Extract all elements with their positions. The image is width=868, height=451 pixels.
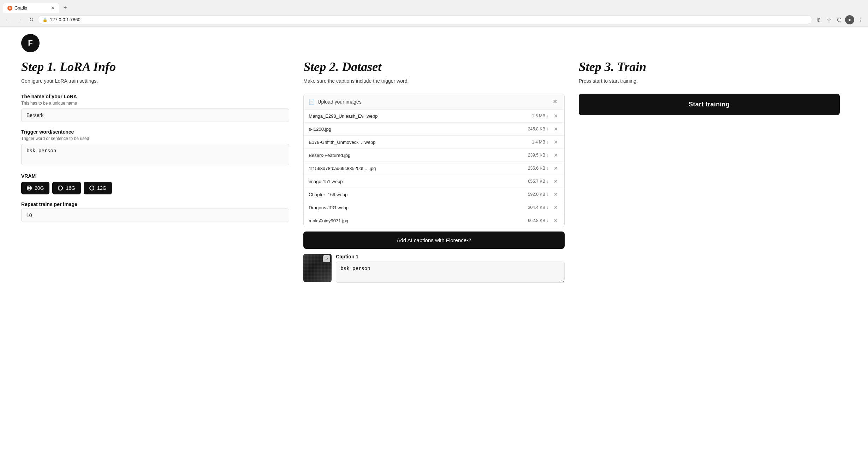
step1-title: Step 1. LoRA Info [21, 59, 289, 75]
file-remove-button[interactable]: ✕ [552, 217, 559, 224]
new-tab-button[interactable]: + [61, 3, 70, 12]
add-captions-button[interactable]: Add AI captions with Florence-2 [303, 232, 564, 249]
browser-chrome: G Gradio ✕ + ← → ↻ 🔒 127.0.0.1:7860 ⊕ ☆ … [0, 0, 868, 27]
app-logo: F [21, 34, 40, 52]
file-remove-button[interactable]: ✕ [552, 152, 559, 159]
step3-title: Step 3. Train [579, 59, 840, 75]
file-list: Manga_E298_Unleash_Evil.webp 1.6 MB ↓ ✕ … [304, 110, 564, 227]
file-row: 1f1568d78fbad69c83520df... .jpg 235.6 KB… [304, 162, 564, 175]
vram-section: VRAM 20G 16G 12G [21, 173, 289, 194]
repeat-input[interactable] [21, 209, 289, 222]
tab-favicon: G [7, 6, 12, 11]
step3-column: Step 3. Train Press start to start train… [572, 59, 847, 284]
caption-image-expand-button[interactable]: ⤢ [323, 255, 330, 262]
extensions-button[interactable]: ⬡ [835, 15, 844, 24]
nav-right: ⊕ ☆ ⬡ ● ⋮ [814, 15, 865, 24]
profile-button[interactable]: ● [845, 15, 854, 24]
vram-12g-label: 12G [97, 185, 106, 191]
forward-button[interactable]: → [15, 15, 25, 24]
file-row: Chapter_169.webp 592.0 KB ↓ ✕ [304, 188, 564, 201]
caption-image: ⤢ [303, 254, 332, 282]
file-remove-button[interactable]: ✕ [552, 191, 559, 198]
address-lock-icon: 🔒 [42, 17, 48, 22]
lora-name-section: The name of your LoRA This has to be a u… [21, 94, 289, 122]
upload-button[interactable]: Upload your images [317, 99, 362, 105]
vram-20g-radio [27, 186, 32, 191]
zoom-button[interactable]: ⊕ [814, 15, 823, 24]
lora-name-label: The name of your LoRA [21, 94, 289, 99]
file-size: 1.4 MB ↓ [532, 140, 548, 145]
file-row: mnks0nidy9071.jpg 662.8 KB ↓ ✕ [304, 214, 564, 227]
vram-16g-label: 16G [66, 185, 75, 191]
file-name: 1f1568d78fbad69c83520df... .jpg [309, 166, 528, 171]
steps-grid: Step 1. LoRA Info Configure your LoRA tr… [0, 59, 868, 284]
file-remove-button[interactable]: ✕ [552, 112, 559, 119]
file-row: image-151.webp 655.7 KB ↓ ✕ [304, 175, 564, 188]
file-row: Manga_E298_Unleash_Evil.webp 1.6 MB ↓ ✕ [304, 110, 564, 123]
file-size: 235.6 KB ↓ [528, 166, 549, 171]
file-row: E178-Griffith_Unmoved-... .webp 1.4 MB ↓… [304, 136, 564, 149]
vram-16g-button[interactable]: 16G [52, 182, 81, 194]
file-name: s-l1200.jpg [309, 127, 528, 132]
caption-textarea[interactable]: bsk person [336, 262, 564, 283]
vram-16g-radio [58, 186, 63, 191]
file-remove-button[interactable]: ✕ [552, 204, 559, 211]
tab-bar: G Gradio ✕ + [0, 0, 868, 13]
file-remove-button[interactable]: ✕ [552, 139, 559, 146]
file-remove-button[interactable]: ✕ [552, 178, 559, 185]
vram-12g-button[interactable]: 12G [84, 182, 112, 194]
file-row: s-l1200.jpg 245.8 KB ↓ ✕ [304, 123, 564, 136]
file-name: Manga_E298_Unleash_Evil.webp [309, 113, 532, 119]
nav-bar: ← → ↻ 🔒 127.0.0.1:7860 ⊕ ☆ ⬡ ● ⋮ [0, 13, 868, 27]
upload-header-left: 📄 Upload your images [309, 99, 362, 105]
trigger-label: Trigger word/sentence [21, 129, 289, 135]
menu-button[interactable]: ⋮ [856, 15, 865, 24]
file-remove-button[interactable]: ✕ [552, 165, 559, 172]
tab-close-btn[interactable]: ✕ [51, 5, 55, 11]
step2-column: Step 2. Dataset Make sure the captions i… [296, 59, 571, 284]
upload-box: 📄 Upload your images ✕ Manga_E298_Unleas… [303, 94, 564, 227]
back-button[interactable]: ← [3, 15, 13, 24]
vram-20g-button[interactable]: 20G [21, 182, 49, 194]
url-text: 127.0.0.1:7860 [50, 17, 81, 22]
file-name: E178-Griffith_Unmoved-... .webp [309, 140, 532, 145]
upload-close-button[interactable]: ✕ [551, 98, 559, 106]
trigger-word-section: Trigger word/sentence Trigger word or se… [21, 129, 289, 166]
browser-tab: G Gradio ✕ [3, 3, 59, 13]
trigger-input[interactable]: bsk person [21, 144, 289, 165]
bookmark-button[interactable]: ☆ [825, 15, 833, 24]
trigger-sublabel: Trigger word or sentence to be used [21, 136, 289, 141]
step2-description: Make sure the captions include the trigg… [303, 78, 564, 84]
step3-description: Press start to start training. [579, 78, 840, 84]
upload-header: 📄 Upload your images ✕ [304, 94, 564, 110]
caption-right: Caption 1 bsk person [336, 254, 564, 284]
file-name: Chapter_169.webp [309, 192, 528, 197]
vram-group: 20G 16G 12G [21, 182, 289, 194]
address-bar[interactable]: 🔒 127.0.0.1:7860 [38, 15, 812, 24]
lora-name-input[interactable] [21, 109, 289, 122]
start-training-button[interactable]: Start training [579, 94, 840, 115]
document-icon: 📄 [309, 99, 315, 105]
file-row: Beserk-Featured.jpg 239.5 KB ↓ ✕ [304, 149, 564, 162]
file-size: 662.8 KB ↓ [528, 218, 549, 223]
file-size: 245.8 KB ↓ [528, 127, 549, 131]
lora-name-sublabel: This has to be a unique name [21, 101, 289, 106]
reload-button[interactable]: ↻ [27, 15, 36, 24]
repeat-trains-section: Repeat trains per image [21, 201, 289, 222]
tab-title: Gradio [14, 6, 27, 11]
step1-description: Configure your LoRA train settings. [21, 78, 289, 84]
file-name: image-151.webp [309, 179, 528, 184]
app-container: F Step 1. LoRA Info Configure your LoRA … [0, 27, 868, 450]
caption-label: Caption 1 [336, 254, 564, 259]
file-name: Beserk-Featured.jpg [309, 153, 528, 158]
file-size: 239.5 KB ↓ [528, 153, 549, 158]
file-name: Dragons.JPG.webp [309, 205, 528, 210]
file-size: 1.6 MB ↓ [532, 113, 548, 118]
step2-title: Step 2. Dataset [303, 59, 564, 75]
repeat-label: Repeat trains per image [21, 201, 289, 207]
file-size: 304.4 KB ↓ [528, 205, 549, 210]
vram-label: VRAM [21, 173, 289, 179]
file-size: 655.7 KB ↓ [528, 179, 549, 184]
file-remove-button[interactable]: ✕ [552, 125, 559, 133]
vram-20g-label: 20G [35, 185, 44, 191]
